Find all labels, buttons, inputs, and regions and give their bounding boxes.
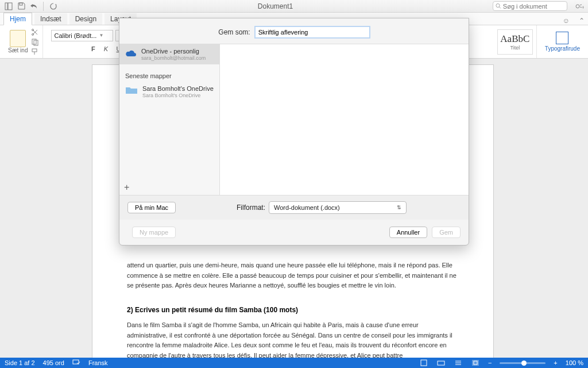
pane-icon — [556, 32, 568, 44]
folder-icon — [125, 86, 138, 95]
zoom-value[interactable]: 100 % — [566, 359, 583, 366]
dialog-options-row: På min Mac Filformat: Word-dokument (.do… — [119, 195, 469, 220]
file-format-select[interactable]: Word-dokument (.docx) ⇅ — [269, 201, 407, 214]
svg-point-5 — [576, 5, 579, 8]
tab-hjem[interactable]: Hjem — [3, 13, 32, 25]
new-folder-button: Ny mappe — [132, 227, 176, 238]
format-painter-icon[interactable] — [31, 48, 39, 56]
cancel-button[interactable]: Annuller — [389, 227, 427, 238]
window-titlebar: Dokument1 + — [0, 0, 588, 13]
file-format-label: Filformat: — [237, 204, 265, 212]
location-title: OneDrive - personlig — [141, 48, 206, 55]
recent-folder-item[interactable]: Sara Bomholt's OneDrive Sara Bomholt's O… — [119, 83, 219, 101]
collapse-ribbon-icon[interactable]: ⌃ — [575, 17, 588, 25]
zoom-out-button[interactable]: − — [488, 359, 492, 366]
status-bar: Side 1 af 2 495 ord Fransk − + 100 % — [0, 358, 588, 368]
typografi-group: Typografirude — [541, 25, 583, 58]
status-word-count[interactable]: 495 ord — [43, 359, 64, 366]
paste-icon[interactable] — [10, 30, 26, 47]
filename-input[interactable] — [255, 26, 370, 38]
save-dialog: Gem som: OneDrive - personlig sara_bomho… — [119, 18, 469, 246]
svg-rect-14 — [438, 361, 444, 365]
save-as-label: Gem som: — [218, 28, 250, 36]
search-input[interactable] — [503, 3, 564, 10]
add-location-button[interactable]: + — [119, 180, 134, 195]
search-icon — [496, 3, 501, 9]
italic-button[interactable]: K — [100, 44, 111, 54]
svg-text:+: + — [582, 5, 584, 10]
emoji-icon[interactable]: ☺︎ — [559, 17, 573, 25]
style-item-titel[interactable]: AaBbC Titel — [497, 29, 533, 55]
folder-title: Sara Bomholt's OneDrive — [142, 85, 214, 93]
svg-rect-0 — [5, 3, 7, 10]
typografi-label: Typografirude — [545, 45, 580, 52]
separator — [43, 2, 44, 11]
view-focus-icon[interactable] — [471, 359, 480, 367]
dialog-body: OneDrive - personlig sara_bomholt@hotmai… — [119, 44, 469, 195]
paste-label: Sæt ind — [8, 47, 28, 53]
folder-subtitle: Sara Bomholt's OneDrive — [142, 93, 214, 98]
view-outline-icon[interactable] — [454, 359, 463, 367]
svg-rect-1 — [8, 3, 12, 10]
onedrive-icon — [124, 49, 137, 59]
dialog-footer: Ny mappe Annuller Gem — [119, 220, 469, 245]
redo-icon[interactable] — [48, 1, 58, 12]
tab-design[interactable]: Design — [69, 13, 102, 25]
save-icon[interactable] — [16, 1, 26, 12]
clipboard-group: Sæt ind — [5, 25, 43, 58]
svg-rect-2 — [20, 3, 22, 5]
styles-group: AaBbC Titel — [494, 25, 537, 58]
file-format-value: Word-dokument (.docx) — [274, 204, 340, 211]
body-heading[interactable]: 2) Ecrives un petit résumé du film Samba… — [127, 305, 459, 316]
svg-line-4 — [499, 7, 501, 9]
recent-folders-header: Seneste mapper — [119, 64, 219, 83]
undo-icon[interactable] — [29, 1, 39, 12]
svg-rect-11 — [32, 49, 37, 52]
style-name: Titel — [510, 45, 520, 51]
tab-indsaet[interactable]: Indsæt — [34, 13, 67, 25]
body-paragraph[interactable]: attend un quartier, puis une demi-heure,… — [127, 260, 459, 291]
on-my-mac-button[interactable]: På min Mac — [127, 202, 176, 213]
location-subtitle: sara_bomholt@hotmail.com — [141, 55, 206, 61]
view-web-icon[interactable] — [436, 359, 446, 367]
svg-point-3 — [496, 3, 500, 7]
status-page[interactable]: Side 1 af 2 — [5, 359, 35, 366]
font-family-value: Calibri (Brødt... — [54, 32, 96, 39]
style-preview: AaBbC — [500, 33, 529, 45]
view-print-icon[interactable] — [419, 359, 428, 367]
share-icon[interactable]: + — [574, 1, 585, 12]
dialog-header: Gem som: — [119, 18, 469, 44]
save-button: Gem — [432, 227, 461, 238]
chevron-down-icon: ▼ — [99, 33, 103, 38]
body-paragraph[interactable]: Dans le film Samba il s'agit de l'homme … — [127, 320, 459, 358]
folder-contents[interactable] — [220, 44, 469, 195]
font-family-select[interactable]: Calibri (Brødt...▼ — [51, 30, 113, 41]
zoom-slider[interactable] — [500, 362, 546, 364]
nav-pane-icon[interactable] — [3, 1, 14, 12]
bold-button[interactable]: F — [88, 44, 98, 54]
spellcheck-icon[interactable] — [72, 359, 80, 367]
location-sidebar: OneDrive - personlig sara_bomholt@hotmai… — [119, 44, 220, 195]
copy-icon[interactable] — [31, 38, 39, 46]
typografi-pane-button[interactable]: Typografirude — [545, 32, 580, 52]
zoom-thumb[interactable] — [521, 361, 527, 366]
svg-rect-13 — [421, 360, 427, 366]
status-language[interactable]: Fransk — [88, 359, 108, 366]
updown-icon: ⇅ — [397, 205, 401, 210]
cut-icon[interactable] — [31, 28, 39, 36]
zoom-in-button[interactable]: + — [554, 359, 557, 366]
document-search[interactable] — [493, 1, 567, 11]
document-title: Dokument1 — [60, 2, 490, 10]
location-onedrive[interactable]: OneDrive - personlig sara_bomholt@hotmai… — [119, 44, 219, 64]
